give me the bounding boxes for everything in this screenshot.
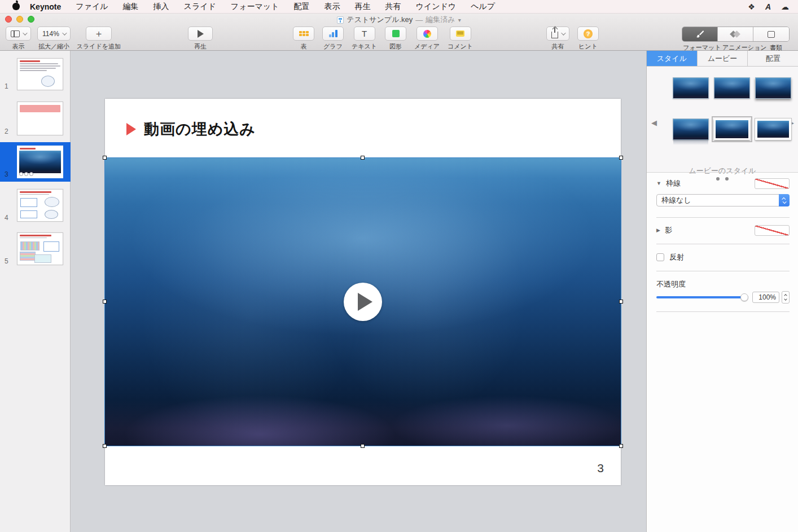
panel-switcher: フォーマット アニメーション 書類 xyxy=(682,27,790,52)
tab-movie[interactable]: ムービー xyxy=(698,51,748,66)
movie-style-5-selected[interactable] xyxy=(714,118,750,140)
format-brush-icon xyxy=(695,30,704,39)
opacity-label: 不透明度 xyxy=(656,279,686,289)
slide-thumbnail-1[interactable] xyxy=(17,58,63,90)
thumb-movie-preview xyxy=(19,151,61,173)
dropbox-icon[interactable]: ❖ xyxy=(748,2,755,11)
movie-style-1[interactable] xyxy=(673,77,709,99)
shadow-style-well[interactable] xyxy=(755,225,790,236)
menu-slide[interactable]: スライド xyxy=(177,2,223,12)
thumb-table xyxy=(20,210,37,218)
menu-play[interactable]: 再生 xyxy=(348,2,378,12)
menu-help[interactable]: ヘルプ xyxy=(463,2,502,12)
current-slide[interactable]: 動画の埋め込み 3 xyxy=(105,99,621,485)
slide-title-block[interactable]: 動画の埋め込み xyxy=(126,119,256,139)
slide-navigator: 1 2 3 4 xyxy=(0,51,71,532)
menu-format[interactable]: フォーマット xyxy=(223,2,287,12)
comment-button[interactable]: コメント xyxy=(448,27,473,51)
animate-panel-button[interactable] xyxy=(718,27,753,41)
opacity-slider-track xyxy=(656,296,748,298)
menu-file[interactable]: ファイル xyxy=(68,2,115,12)
menu-edit[interactable]: 編集 xyxy=(116,2,146,12)
keynote-doc-icon xyxy=(337,16,344,24)
disclosure-down-icon[interactable]: ▼ xyxy=(656,181,661,186)
menu-window[interactable]: ウインドウ xyxy=(409,2,464,12)
slide-thumbnail-2[interactable] xyxy=(17,102,63,135)
insert-table-button[interactable]: 表 xyxy=(293,27,314,51)
insert-shape-button[interactable]: 図形 xyxy=(385,27,406,51)
media-icon xyxy=(423,30,431,38)
alfred-icon[interactable]: A xyxy=(765,2,771,11)
resize-handle-top-right[interactable] xyxy=(619,156,623,160)
share-icon xyxy=(551,32,558,38)
menu-view[interactable]: 表示 xyxy=(317,2,348,12)
zoom-control[interactable]: 114% 拡大／縮小 xyxy=(37,27,71,51)
slide-title-text: 動画の埋め込み xyxy=(144,119,256,139)
chevron-down-icon xyxy=(62,30,67,35)
edited-status[interactable]: 編集済み xyxy=(426,15,455,25)
tab-arrange[interactable]: 配置 xyxy=(748,51,798,66)
slide-thumbnail-4[interactable] xyxy=(17,189,63,222)
opacity-slider[interactable] xyxy=(656,293,748,301)
opacity-slider-knob[interactable] xyxy=(740,293,748,301)
play-button[interactable]: 再生 xyxy=(188,27,213,51)
document-panel-button[interactable] xyxy=(753,27,789,41)
insert-text-button[interactable]: T テキスト xyxy=(352,27,377,51)
insert-media-button[interactable]: メディア xyxy=(414,27,440,51)
movie-style-4[interactable] xyxy=(673,118,709,140)
dropdown-stepper-icon[interactable] xyxy=(779,194,790,206)
thumb-title-bar xyxy=(20,60,40,62)
resize-handle-bottom-right[interactable] xyxy=(619,444,623,448)
shadow-label: 影 xyxy=(665,225,672,235)
window-chrome: テストサンプル.key — 編集済み ▾ 表示 114% 拡大／縮小 ＋ ス xyxy=(0,14,798,51)
menu-app-name[interactable]: Keynote xyxy=(20,2,68,11)
resize-handle-bottom-center[interactable] xyxy=(361,444,365,448)
tab-style[interactable]: スタイル xyxy=(647,51,698,66)
hint-question-icon: ? xyxy=(584,29,593,38)
share-button[interactable]: 共有 xyxy=(546,27,569,51)
view-button[interactable]: 表示 xyxy=(6,27,31,51)
resize-handle-bottom-left[interactable] xyxy=(103,444,107,448)
slide-number-1: 1 xyxy=(5,82,8,90)
opacity-stepper[interactable] xyxy=(782,291,790,304)
resize-handle-top-left[interactable] xyxy=(103,156,107,160)
chevron-down-icon xyxy=(561,30,565,35)
movie-style-2[interactable] xyxy=(714,77,750,99)
cloud-icon[interactable]: ☁ xyxy=(781,2,789,11)
resize-handle-middle-right[interactable] xyxy=(619,300,623,304)
styles-prev-arrow-icon[interactable]: ◀ xyxy=(651,118,657,127)
menu-arrange[interactable]: 配置 xyxy=(287,2,317,12)
slide-number-4: 4 xyxy=(5,214,8,222)
slide-thumbnail-5[interactable] xyxy=(17,232,63,265)
table-label: 表 xyxy=(301,42,307,51)
movie-style-3[interactable] xyxy=(755,77,791,99)
menu-share[interactable]: 共有 xyxy=(378,2,409,12)
hint-button[interactable]: ? ヒント xyxy=(577,27,599,51)
add-slide-button[interactable]: ＋ スライドを追加 xyxy=(77,27,121,51)
comment-label: コメント xyxy=(448,42,473,51)
border-style-dropdown[interactable]: 枠線なし xyxy=(656,194,790,206)
menu-insert[interactable]: 挿入 xyxy=(146,2,177,12)
resize-handle-top-center[interactable] xyxy=(361,156,365,160)
embedded-movie[interactable] xyxy=(105,158,621,446)
movie-styles-panel: ◀ ▶ ムービーのスタイル xyxy=(647,67,798,172)
zoom-label: 拡大／縮小 xyxy=(38,42,69,51)
hint-label: ヒント xyxy=(578,42,598,51)
movie-play-button[interactable] xyxy=(344,283,382,321)
slide-thumbnail-3[interactable] xyxy=(17,146,63,178)
resize-handle-middle-left[interactable] xyxy=(103,300,107,304)
border-style-well[interactable] xyxy=(755,178,790,189)
movie-style-6[interactable] xyxy=(755,118,791,140)
insert-chart-button[interactable]: グラフ xyxy=(322,27,344,51)
apple-menu-icon[interactable] xyxy=(12,3,20,10)
shape-label: 図形 xyxy=(389,42,402,51)
thumb-cyan-diagram xyxy=(34,254,51,263)
reflection-checkbox[interactable] xyxy=(656,253,664,261)
format-panel-button[interactable] xyxy=(682,27,718,41)
play-triangle-icon xyxy=(358,293,372,311)
disclosure-right-icon[interactable]: ▶ xyxy=(656,227,660,233)
opacity-value-field[interactable]: 100% xyxy=(752,292,779,303)
title-chevron-down-icon[interactable]: ▾ xyxy=(458,17,461,23)
border-section-header: ▼ 枠線 xyxy=(656,177,790,190)
slide-number-5: 5 xyxy=(5,257,8,265)
